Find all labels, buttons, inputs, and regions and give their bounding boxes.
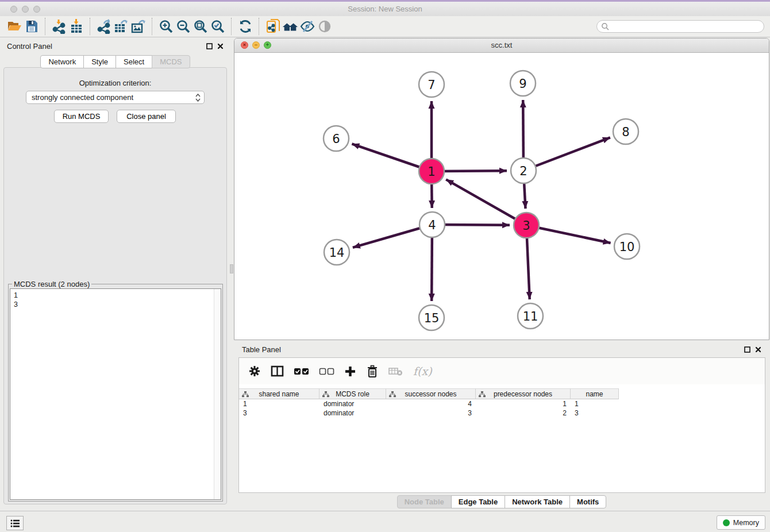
search-icon (601, 22, 609, 30)
zoom-fit-icon[interactable] (192, 18, 209, 35)
mcds-result-group: MCDS result (2 nodes) 1 3 (8, 284, 223, 502)
graph-edge-3-1[interactable] (446, 179, 526, 225)
tab-network-table[interactable]: Network Table (505, 495, 570, 508)
svg-text:14: 14 (329, 246, 345, 260)
table-cell[interactable]: dominator (319, 399, 386, 408)
apply-layout-icon[interactable] (237, 18, 254, 35)
graph-node-15[interactable]: 15 (419, 305, 444, 330)
deselect-all-checks-icon[interactable] (319, 366, 334, 376)
optimization-criterion-select[interactable]: strongly connected component (26, 91, 205, 104)
svg-text:10: 10 (619, 240, 635, 254)
node-table-container: f(x) shared nameMCDS rolesuccessor nodes… (238, 357, 765, 493)
svg-text:2: 2 (519, 164, 527, 178)
zoom-selected-icon[interactable] (209, 18, 226, 35)
mcds-result-scrollbar[interactable] (214, 289, 221, 499)
table-cell[interactable]: 1 (239, 399, 319, 408)
graph-edge-2-8[interactable] (523, 137, 610, 171)
svg-text:1: 1 (428, 165, 435, 179)
toolbar-separator (152, 18, 153, 35)
tab-style[interactable]: Style (83, 55, 116, 68)
graph-node-2[interactable]: 2 (511, 158, 536, 183)
network-window-title: scc.txt (234, 41, 769, 49)
export-network-icon[interactable] (95, 18, 113, 35)
import-network-icon[interactable] (51, 18, 68, 35)
mcds-result-text[interactable]: 1 3 (10, 288, 221, 500)
zoom-in-icon[interactable] (157, 18, 175, 35)
save-session-icon[interactable] (23, 18, 40, 35)
table-row[interactable]: 3dominator323 (239, 408, 765, 418)
new-session-icon[interactable] (264, 18, 282, 35)
network-window-titlebar[interactable]: × − + scc.txt (234, 38, 769, 53)
network-graph[interactable]: 7968124314101511 (234, 52, 769, 340)
float-panel-icon[interactable] (744, 346, 750, 353)
column-header-successor-nodes[interactable]: successor nodes (386, 388, 476, 399)
memory-button[interactable]: Memory (717, 515, 765, 530)
column-header-shared-name[interactable]: shared name (239, 388, 319, 399)
tab-mcds[interactable]: MCDS (152, 55, 190, 68)
graph-node-8[interactable]: 8 (613, 119, 638, 144)
delete-column-icon[interactable] (366, 365, 379, 378)
export-table-icon[interactable] (113, 18, 130, 35)
app-window: Session: New Session (0, 0, 770, 532)
svg-text:4: 4 (428, 218, 436, 232)
column-visibility-icon[interactable] (271, 365, 284, 377)
table-options-icon[interactable] (248, 365, 261, 377)
close-panel-icon[interactable] (217, 43, 224, 49)
network-view-window: × − + scc.txt 7968124314101511 (234, 38, 769, 340)
vertical-splitter-handle[interactable] (230, 264, 233, 273)
tab-network[interactable]: Network (40, 55, 84, 68)
float-panel-icon[interactable] (206, 43, 213, 49)
table-panel-tabs: Node Table Edge Table Network Table Moti… (234, 495, 769, 508)
graph-node-3[interactable]: 3 (514, 213, 539, 238)
export-image-icon[interactable] (130, 18, 147, 35)
close-panel-button[interactable]: Close panel (117, 110, 176, 123)
table-cell[interactable]: 3 (239, 408, 319, 418)
column-header-MCDS-role[interactable]: MCDS role (319, 388, 386, 399)
run-mcds-button[interactable]: Run MCDS (54, 110, 109, 123)
search-input[interactable] (609, 21, 764, 32)
task-history-button[interactable] (6, 516, 24, 530)
show-panels-icon[interactable] (316, 18, 333, 35)
table-cell[interactable]: 3 (386, 408, 476, 418)
graph-node-10[interactable]: 10 (614, 234, 640, 259)
table-row[interactable]: 1dominator411 (239, 399, 765, 408)
table-cell[interactable]: 1 (476, 399, 571, 408)
graph-node-1[interactable]: 1 (419, 159, 444, 184)
graph-node-6[interactable]: 6 (324, 126, 349, 151)
column-header-predecessor-nodes[interactable]: predecessor nodes (476, 388, 571, 399)
main-toolbar (0, 16, 770, 37)
table-cell[interactable]: dominator (319, 408, 386, 418)
close-panel-icon[interactable] (755, 346, 761, 353)
tab-select[interactable]: Select (116, 55, 152, 68)
import-table-icon[interactable] (68, 18, 85, 35)
table-header-row: shared nameMCDS rolesuccessor nodesprede… (239, 388, 765, 399)
tab-node-table[interactable]: Node Table (397, 495, 452, 508)
open-session-icon[interactable] (6, 18, 23, 35)
table-cell[interactable]: 3 (571, 408, 619, 418)
search-box[interactable] (596, 20, 764, 33)
control-panel-header: Control Panel (0, 37, 230, 55)
home-icon[interactable] (282, 18, 299, 35)
node-table[interactable]: shared nameMCDS rolesuccessor nodesprede… (239, 388, 765, 418)
function-builder-icon: f(x) (413, 365, 432, 377)
zoom-out-icon[interactable] (175, 18, 192, 35)
add-column-icon[interactable] (344, 365, 356, 377)
titlebar: Session: New Session (0, 2, 770, 17)
tab-motifs[interactable]: Motifs (569, 495, 606, 508)
table-cell[interactable]: 4 (386, 399, 476, 408)
table-cell[interactable]: 2 (476, 408, 571, 418)
graph-node-14[interactable]: 14 (324, 240, 349, 265)
tab-edge-table[interactable]: Edge Table (451, 495, 505, 508)
graph-node-7[interactable]: 7 (419, 72, 444, 97)
table-panel-header: Table Panel (234, 342, 769, 357)
table-cell[interactable]: 1 (571, 399, 619, 408)
optimization-criterion-value: strongly connected component (32, 93, 133, 102)
svg-text:8: 8 (622, 125, 629, 139)
graph-node-4[interactable]: 4 (419, 212, 445, 237)
column-header-name[interactable]: name (571, 388, 619, 399)
select-all-checks-icon[interactable] (294, 366, 309, 376)
graph-node-9[interactable]: 9 (510, 71, 536, 96)
hide-panels-icon[interactable] (299, 18, 316, 35)
graph-node-11[interactable]: 11 (518, 303, 543, 329)
window-title: Session: New Session (0, 5, 770, 13)
